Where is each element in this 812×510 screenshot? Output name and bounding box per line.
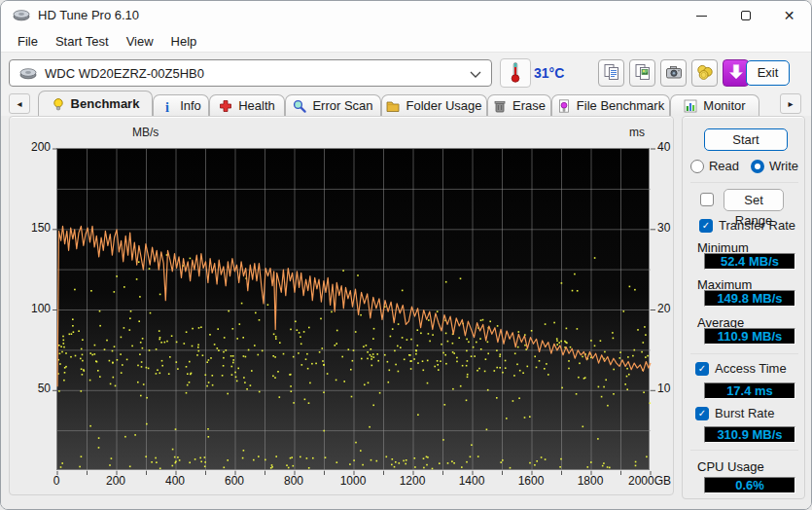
screenshot-camera-button[interactable]: [660, 59, 687, 87]
copy-text-icon: [603, 63, 620, 84]
close-icon: ✕: [784, 9, 795, 22]
y-left-axis-title: MB/s: [132, 126, 159, 139]
set-range-button[interactable]: Set Range: [724, 189, 784, 211]
tab-label: Info: [180, 98, 201, 113]
tabs: BenchmarkiInfoHealthError ScanFolder Usa…: [38, 91, 759, 116]
tab-label: File Benchmark: [577, 98, 664, 113]
minimize-button[interactable]: [680, 1, 724, 30]
maximize-icon: [741, 11, 751, 20]
read-radio[interactable]: Read: [690, 159, 739, 173]
selected-drive-name: WDC WD20EZRZ-00Z5HB0: [45, 66, 470, 81]
info-icon: i: [160, 99, 174, 113]
tab-label: Benchmark: [71, 96, 140, 111]
menu-item-start-test[interactable]: Start Test: [47, 31, 118, 52]
tab-label: Folder Usage: [406, 98, 481, 113]
minimum-value: 52.4 MB/s: [704, 253, 795, 270]
burst-rate-value: 310.9 MB/s: [704, 426, 795, 443]
tab-scroll-right-button[interactable]: ▸: [780, 93, 801, 114]
temperature-value: 31°C: [534, 65, 564, 81]
tab-bar: ◂ BenchmarkiInfoHealthError ScanFolder U…: [1, 91, 811, 116]
menu-item-view[interactable]: View: [118, 31, 162, 52]
thermometer-icon: [509, 61, 522, 86]
content-area: MB/s ms 20015010050 40302010 02004006008…: [1, 116, 811, 510]
tool-buttons: [598, 59, 749, 87]
y-left-tick-label: 150: [21, 221, 51, 235]
write-radio-circle: [751, 160, 764, 173]
drive-select-dropdown[interactable]: WDC WD20EZRZ-00Z5HB0: [9, 59, 492, 87]
benchmark-plot: [56, 148, 650, 470]
benchmark-bulb-icon: [52, 97, 65, 111]
burst-rate-checkbox[interactable]: [695, 407, 709, 420]
coins-icon: [696, 63, 714, 84]
arrow-right-icon: ▸: [788, 98, 793, 109]
x-axis-tick-label: 1000: [322, 474, 384, 488]
menu-bar: FileStart TestViewHelp: [1, 30, 811, 53]
maximize-button[interactable]: [724, 1, 767, 30]
read-radio-label: Read: [709, 159, 739, 173]
tab-folder-usage[interactable]: Folder Usage: [381, 94, 487, 116]
x-axis-tick-label: 2000GB: [618, 474, 681, 488]
hdtune-window: HD Tune Pro 6.10 ✕ FileStart TestViewHel…: [0, 0, 812, 510]
tab-info[interactable]: iInfo: [153, 94, 209, 116]
transfer-rate-checkbox[interactable]: [699, 219, 713, 233]
access-time-value: 17.4 ms: [704, 382, 795, 399]
access-time-checkbox[interactable]: [695, 362, 709, 376]
tab-health[interactable]: Health: [209, 94, 285, 116]
menu-item-help[interactable]: Help: [162, 31, 206, 52]
x-axis-tick-label: 200: [85, 474, 147, 488]
download-arrow-button[interactable]: [723, 59, 749, 87]
maximum-value: 149.8 MB/s: [704, 290, 795, 307]
tab-label: Error Scan: [312, 98, 372, 113]
app-disk-icon: [13, 9, 30, 22]
tab-scroll-left-button[interactable]: ◂: [9, 93, 30, 114]
x-axis-tick-label: 0: [25, 474, 88, 488]
toolbar: WDC WD20EZRZ-00Z5HB0 31°C Exit: [1, 53, 811, 91]
minimize-icon: [696, 16, 707, 17]
x-axis-tick-label: 400: [144, 474, 206, 488]
menu-item-file[interactable]: File: [9, 31, 47, 52]
cpu-usage-value: 0.6%: [704, 477, 795, 493]
health-cross-icon: [219, 99, 232, 113]
y-left-tick-label: 200: [21, 140, 51, 154]
x-axis-tick-label: 1800: [559, 474, 621, 488]
copy-text-button[interactable]: [598, 59, 624, 87]
y-right-tick-label: 30: [657, 221, 683, 235]
y-right-tick-label: 10: [657, 382, 683, 395]
temperature-button[interactable]: [500, 58, 531, 88]
tab-file-benchmark[interactable]: File Benchmark: [551, 94, 670, 116]
drive-disk-icon: [19, 67, 37, 80]
tab-label: Health: [238, 98, 275, 113]
set-range-checkbox[interactable]: [700, 193, 714, 206]
erase-trash-icon: [493, 99, 507, 113]
benchmark-chart-panel: MB/s ms 20015010050 40302010 02004006008…: [9, 116, 674, 495]
arrow-left-icon: ◂: [17, 98, 21, 109]
x-axis-tick-label: 800: [263, 474, 325, 488]
y-left-tick-label: 100: [21, 302, 51, 315]
close-button[interactable]: ✕: [767, 1, 811, 30]
y-right-tick-label: 40: [657, 140, 683, 154]
tab-benchmark[interactable]: Benchmark: [38, 91, 153, 116]
access-time-label: Access Time: [715, 361, 787, 376]
x-axis-tick-label: 1600: [500, 474, 562, 488]
start-button[interactable]: Start: [704, 128, 788, 151]
file-benchmark-icon: [557, 99, 571, 113]
transfer-rate-label: Transfer Rate: [719, 218, 795, 233]
exit-button[interactable]: Exit: [746, 60, 790, 86]
burst-rate-label: Burst Rate: [715, 406, 774, 420]
benchmark-controls-panel: Start Read Write Set Range Transfer Rate…: [682, 116, 805, 499]
tab-error-scan[interactable]: Error Scan: [285, 94, 381, 116]
write-radio[interactable]: Write: [751, 159, 798, 173]
x-axis-tick-label: 1400: [441, 474, 503, 488]
write-radio-label: Write: [769, 159, 798, 173]
window-title: HD Tune Pro 6.10: [38, 8, 139, 22]
svg-text:i: i: [165, 99, 169, 113]
chevron-down-icon: [470, 66, 481, 81]
tab-monitor[interactable]: Monitor: [670, 94, 759, 116]
copy-image-button[interactable]: [629, 59, 655, 87]
coins-button[interactable]: [691, 59, 718, 87]
tab-erase[interactable]: Erase: [487, 94, 551, 116]
x-axis-tick-label: 600: [203, 474, 265, 488]
copy-image-icon: [634, 63, 652, 84]
cpu-usage-label: CPU Usage: [697, 459, 764, 474]
screenshot-camera-icon: [665, 63, 683, 84]
